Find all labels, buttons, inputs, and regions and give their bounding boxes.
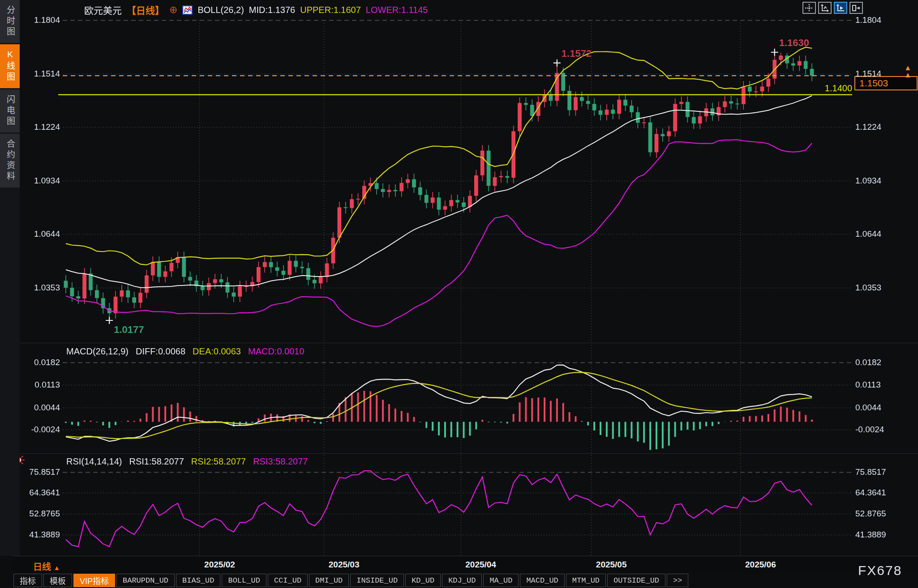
toolbar-tab-kd-ud[interactable]: KD_UD <box>405 574 441 587</box>
rsi-label: RSI(14,14,14) <box>66 456 122 467</box>
rsi2-value: RSI2:58.2077 <box>191 456 246 467</box>
toolbar-tab-more[interactable]: >> <box>667 574 688 587</box>
price-tick-label: 1.1514 <box>18 69 60 79</box>
price-tick-label: 1.0353 <box>855 283 881 293</box>
macd-label: MACD(26,12,9) <box>66 346 129 357</box>
price-tick-label: 1.0934 <box>855 176 881 186</box>
macd-tick-label: 0.0182 <box>18 358 60 367</box>
toolbar-tab-vip-indicators[interactable]: VIP指标 <box>73 574 115 587</box>
boll-upper-value: UPPER:1.1607 <box>300 5 361 15</box>
sidebar-item-contract-info[interactable]: 合约资料 <box>0 134 20 187</box>
toolbar-tab-boll-ud[interactable]: BOLL_UD <box>222 574 266 587</box>
rsi-tick-label: 41.3889 <box>18 530 60 540</box>
add-overlay-icon[interactable]: ⊕ <box>169 5 177 14</box>
price-annotation: 1.1572 <box>562 48 592 60</box>
price-tick-label: 1.1224 <box>855 122 881 132</box>
toolbar-tab-mtm-ud[interactable]: MTM_UD <box>566 574 606 587</box>
toolbar-tab-inside-ud[interactable]: INSIDE_UD <box>350 574 404 587</box>
symbol-title: 欧元美元 <box>84 3 122 17</box>
crosshair-button[interactable] <box>802 2 816 14</box>
x-axis-label: 2025/03 <box>329 560 360 570</box>
boll-label: BOLL(26,2) <box>197 5 244 15</box>
toolbar-tab-ma-ud[interactable]: MA_UD <box>483 574 519 587</box>
macd-tick-label: 0.0113 <box>855 380 881 390</box>
price-tick-label: 1.0353 <box>18 283 60 293</box>
toolbar-tab-outside-ud[interactable]: OUTSIDE_UD <box>607 574 665 587</box>
price-tick-label: 1.1224 <box>18 122 60 132</box>
price-annotation: 1.1630 <box>779 37 809 49</box>
toolbar-tab-templates[interactable]: 模板 <box>43 574 72 587</box>
price-tick-label: 1.1804 <box>855 15 881 25</box>
watermark: FX678 <box>858 563 902 578</box>
macd-tick-label: -0.0024 <box>18 425 60 435</box>
price-tick-label: 1.0934 <box>18 176 60 186</box>
x-axis-label: 2025/02 <box>204 560 235 570</box>
boll-lower-value: LOWER:1.1145 <box>366 5 428 15</box>
rsi1-value: RSI1:58.2077 <box>129 456 184 467</box>
macd-tick-label: 0.0113 <box>18 380 60 390</box>
macd-macd-value: MACD:0.0010 <box>248 346 305 357</box>
yellow-line-price-label: 1.1400 <box>787 83 852 94</box>
toolbar-tab-macd-ud[interactable]: MACD_UD <box>520 574 564 587</box>
toolbar-tab-bias-ud[interactable]: BIAS_UD <box>176 574 220 587</box>
toolbar-tab-kdj-ud[interactable]: KDJ_UD <box>442 574 482 587</box>
rsi-tick-label: 52.8765 <box>18 509 60 519</box>
auto-scale-button[interactable] <box>834 2 847 14</box>
macd-diff-value: DIFF:0.0068 <box>136 346 185 357</box>
chart-toolbuttons <box>802 2 863 14</box>
rsi-tick-label: 75.8517 <box>855 467 886 477</box>
rsi-tick-label: 64.3641 <box>855 488 886 498</box>
sidebar-item-time-chart[interactable]: 分时图 <box>0 0 20 43</box>
rsi-tick-label: 64.3641 <box>18 488 60 498</box>
macd-panel-header: MACD(26,12,9) DIFF:0.0068 DEA:0.0063 MAC… <box>66 346 305 357</box>
x-axis-label: 2025/04 <box>465 560 496 570</box>
rsi3-value: RSI3:58.2077 <box>253 456 308 467</box>
macd-tick-label: 0.0044 <box>855 403 881 413</box>
toolbar-tab-cci-ud[interactable]: CCI_UD <box>268 574 308 587</box>
indicator-toolbar: 指标模板VIP指标BARUPDN_UDBIAS_UDBOLL_UDCCI_UDD… <box>13 574 688 587</box>
boll-mid-value: MID:1.1376 <box>249 5 295 15</box>
toolbar-tab-dmi-ud[interactable]: DMI_UD <box>309 574 349 587</box>
rsi-tick-label: 52.8765 <box>855 509 886 519</box>
period-tag: 【日线】 <box>127 3 164 17</box>
chart-header: 欧元美元 【日线】 ⊕ BOLL(26,2) MID:1.1376 UPPER:… <box>84 3 428 17</box>
price-up-arrows-icon: ▲▲ <box>904 64 912 79</box>
rsi-panel-header: RSI(14,14,14) RSI1:58.2077 RSI2:58.2077 … <box>66 456 308 467</box>
price-tick-label: 1.1804 <box>18 15 60 25</box>
macd-tick-label: 0.0044 <box>18 403 60 413</box>
macd-dea-value: DEA:0.0063 <box>193 346 241 357</box>
price-tick-label: 1.1514 <box>855 69 881 79</box>
macd-tick-label: -0.0024 <box>855 425 884 435</box>
price-chart-canvas[interactable] <box>0 0 918 559</box>
x-axis-label: 2025/06 <box>745 560 776 570</box>
toolbar-tab-indicators[interactable]: 指标 <box>13 574 42 587</box>
indicator-icon <box>182 5 193 15</box>
sidebar-item-flash-chart[interactable]: 闪电图 <box>0 89 20 132</box>
period-dropdown[interactable]: 日线 ▲ <box>33 560 60 573</box>
sidebar-item-kline-chart[interactable]: K线图 <box>0 44 20 88</box>
left-sidebar: 分时图K线图闪电图合约资料 <box>0 0 20 556</box>
toolbar-tab-barupdn-ud[interactable]: BARUPDN_UD <box>116 574 175 587</box>
axis-scale-button[interactable] <box>818 2 832 14</box>
price-tick-label: 1.0644 <box>18 229 60 239</box>
price-annotation: 1.0177 <box>114 324 144 336</box>
macd-tick-label: 0.0182 <box>855 358 881 367</box>
price-tick-label: 1.0644 <box>855 229 881 239</box>
x-axis-label: 2025/05 <box>596 560 627 570</box>
rsi-tick-label: 75.8517 <box>18 467 60 477</box>
pan-right-button[interactable] <box>849 2 863 14</box>
rsi-tick-label: 41.3889 <box>855 530 886 540</box>
